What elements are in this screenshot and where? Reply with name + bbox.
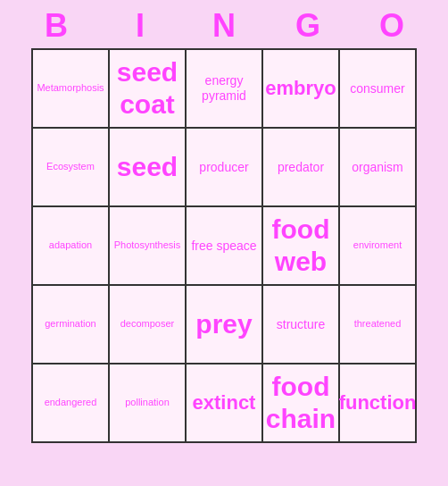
cell-text-14: enviroment	[353, 239, 402, 251]
bingo-cell-17: prey	[187, 286, 263, 364]
bingo-cell-16: decomposer	[110, 286, 187, 364]
bingo-cell-22: extinct	[187, 364, 263, 443]
bingo-cell-14: enviroment	[340, 207, 417, 286]
bingo-cell-7: producer	[187, 129, 263, 207]
bingo-cell-9: organism	[340, 129, 417, 207]
bingo-cell-2: energy pyramid	[187, 50, 263, 129]
bingo-cell-0: Metamorphosis	[33, 50, 110, 129]
bingo-cell-19: threatened	[340, 286, 417, 364]
cell-text-11: Photosynthesis	[114, 239, 181, 251]
bingo-letter-o: O	[353, 7, 430, 45]
cell-text-0: Metamorphosis	[37, 82, 104, 94]
cell-text-5: Ecosystem	[46, 161, 95, 172]
cell-text-12: free speace	[191, 239, 256, 254]
bingo-grid: Metamorphosisseed coatenergy pyramidembr…	[31, 48, 417, 443]
bingo-cell-20: endangered	[33, 364, 110, 443]
cell-text-6: seed	[117, 151, 178, 183]
bingo-cell-11: Photosynthesis	[110, 207, 187, 286]
bingo-cell-13: food web	[263, 207, 340, 286]
cell-text-1: seed coat	[113, 56, 181, 121]
bingo-cell-18: structure	[263, 286, 340, 364]
bingo-cell-8: predator	[263, 129, 340, 207]
cell-text-2: energy pyramid	[190, 73, 258, 104]
cell-text-4: consumer	[350, 81, 404, 96]
cell-text-17: prey	[195, 308, 252, 340]
bingo-cell-21: pollination	[110, 364, 187, 443]
bingo-cell-23: food chain	[263, 364, 340, 443]
bingo-letter-n: N	[186, 7, 262, 45]
bingo-cell-3: embryo	[263, 50, 340, 129]
cell-text-23: food chain	[266, 371, 336, 435]
cell-text-15: germination	[45, 318, 95, 330]
cell-text-20: endangered	[45, 397, 97, 408]
bingo-cell-15: germination	[33, 286, 110, 364]
cell-text-7: producer	[199, 160, 248, 175]
bingo-letter-i: I	[102, 7, 178, 45]
cell-text-21: pollination	[125, 397, 170, 408]
bingo-cell-6: seed	[110, 129, 187, 207]
cell-text-16: decomposer	[120, 318, 175, 330]
cell-text-13: food web	[267, 214, 335, 278]
bingo-header: BINGO	[14, 7, 434, 45]
bingo-cell-10: adapation	[33, 207, 110, 286]
bingo-cell-1: seed coat	[110, 50, 187, 129]
bingo-letter-b: B	[18, 7, 95, 45]
bingo-cell-4: consumer	[340, 50, 417, 129]
cell-text-22: extinct	[193, 391, 256, 415]
cell-text-9: organism	[352, 160, 403, 175]
cell-text-19: threatened	[354, 318, 402, 330]
bingo-cell-24: function	[340, 364, 417, 443]
cell-text-10: adapation	[49, 239, 92, 251]
cell-text-18: structure	[277, 317, 325, 332]
bingo-cell-5: Ecosystem	[33, 129, 110, 207]
bingo-cell-12: free speace	[187, 207, 263, 286]
cell-text-24: function	[339, 391, 417, 415]
bingo-letter-g: G	[270, 7, 346, 45]
cell-text-3: embryo	[265, 77, 336, 100]
cell-text-8: predator	[278, 160, 324, 175]
